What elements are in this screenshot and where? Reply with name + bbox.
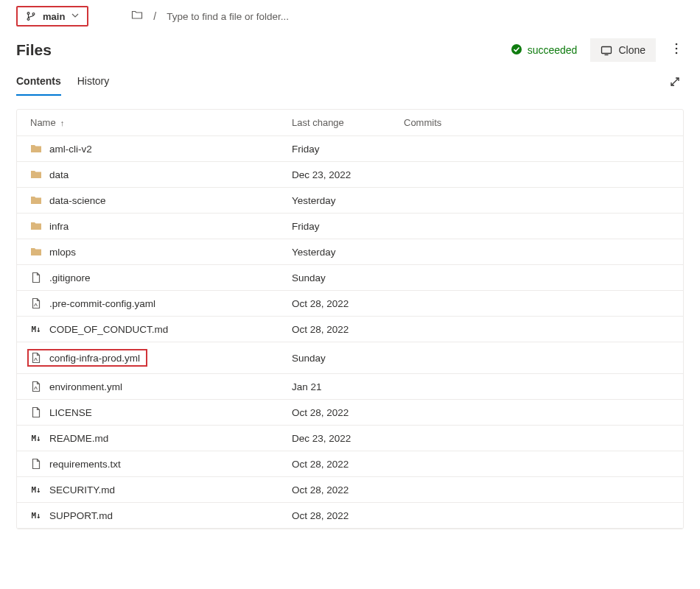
file-last-change: Oct 28, 2022: [292, 484, 404, 495]
file-name: environment.yml: [49, 381, 122, 392]
file-last-change: Oct 28, 2022: [292, 298, 404, 309]
markdown-file-icon: M↓: [30, 484, 42, 495]
yaml-file-icon: [30, 352, 42, 364]
file-name-cell: .pre-commit-config.yaml: [30, 297, 292, 309]
highlighted-file: config-infra-prod.yml: [27, 349, 147, 367]
folder-icon: [30, 220, 42, 232]
breadcrumb: /: [131, 9, 351, 24]
table-row[interactable]: M↓SUPPORT.mdOct 28, 2022: [17, 503, 683, 529]
table-row[interactable]: data-scienceYesterday: [17, 188, 683, 214]
table-row[interactable]: M↓SECURITY.mdOct 28, 2022: [17, 477, 683, 503]
svg-point-3: [511, 44, 522, 54]
status-label: succeeded: [528, 44, 578, 56]
file-name-cell: data: [30, 169, 292, 180]
file-name: .gitignore: [49, 272, 91, 283]
file-name-cell: .gitignore: [30, 272, 292, 283]
table-row[interactable]: requirements.txtOct 28, 2022: [17, 451, 683, 477]
file-last-change: Jan 21: [292, 381, 404, 392]
page-title: Files: [16, 41, 52, 59]
folder-icon: [30, 246, 42, 258]
branch-selector[interactable]: main: [16, 6, 88, 27]
folder-icon: [30, 143, 42, 155]
markdown-file-icon: M↓: [30, 432, 42, 444]
file-last-change: Oct 28, 2022: [292, 407, 404, 418]
file-name: SECURITY.md: [49, 484, 115, 495]
more-options-button[interactable]: [669, 40, 684, 61]
title-actions: succeeded Clone: [511, 38, 684, 62]
table-row[interactable]: config-infra-prod.ymlSunday: [17, 342, 683, 374]
file-name: aml-cli-v2: [49, 144, 92, 155]
folder-icon: [30, 169, 42, 180]
file-name: data: [49, 169, 69, 180]
file-name-cell: data-science: [30, 194, 292, 206]
file-list: aml-cli-v2FridaydataDec 23, 2022data-sci…: [17, 136, 683, 529]
file-last-change: Oct 28, 2022: [292, 324, 404, 335]
files-panel: Name ↑ Last change Commits aml-cli-v2Fri…: [16, 109, 684, 529]
sort-ascending-icon: ↑: [60, 119, 65, 127]
column-header-name[interactable]: Name ↑: [30, 117, 292, 128]
file-last-change: Friday: [292, 144, 404, 155]
file-last-change: Sunday: [292, 353, 404, 364]
file-name: SUPPORT.md: [49, 510, 113, 521]
expand-icon: [669, 79, 681, 90]
file-name: .pre-commit-config.yaml: [49, 298, 155, 309]
branch-icon: [25, 10, 37, 22]
file-name-cell: LICENSE: [30, 406, 292, 418]
file-name-cell: environment.yml: [30, 381, 292, 392]
top-bar: main /: [0, 0, 700, 32]
title-row: Files succeeded Clone: [0, 32, 700, 69]
yaml-file-icon: [30, 297, 42, 309]
file-name-cell: requirements.txt: [30, 458, 292, 470]
folder-icon: [30, 194, 42, 206]
fullscreen-button[interactable]: [666, 73, 684, 93]
svg-point-2: [32, 13, 35, 15]
clone-label: Clone: [618, 44, 645, 56]
file-name-cell: infra: [30, 220, 292, 232]
file-last-change: Oct 28, 2022: [292, 510, 404, 521]
file-last-change: Yesterday: [292, 195, 404, 206]
file-icon: [30, 406, 42, 418]
clone-icon: [601, 44, 612, 56]
chevron-down-icon: [71, 11, 80, 22]
table-row[interactable]: infraFriday: [17, 214, 683, 239]
branch-name: main: [43, 11, 65, 22]
file-name: README.md: [49, 433, 108, 444]
file-name-cell: M↓SUPPORT.md: [30, 509, 292, 521]
clone-button[interactable]: Clone: [590, 38, 656, 62]
table-row[interactable]: .gitignoreSunday: [17, 265, 683, 291]
column-header-last-change[interactable]: Last change: [292, 117, 404, 128]
file-last-change: Friday: [292, 221, 404, 232]
file-name: infra: [49, 221, 69, 232]
tabs-row: Contents History: [0, 69, 700, 96]
table-row[interactable]: mlopsYesterday: [17, 239, 683, 265]
table-row[interactable]: LICENSEOct 28, 2022: [17, 400, 683, 426]
yaml-file-icon: [30, 381, 42, 392]
status-badge[interactable]: succeeded: [511, 43, 578, 57]
file-last-change: Yesterday: [292, 247, 404, 258]
file-name-cell: aml-cli-v2: [30, 143, 292, 155]
table-row[interactable]: environment.ymlJan 21: [17, 374, 683, 400]
file-name-cell: M↓SECURITY.md: [30, 484, 292, 495]
file-last-change: Oct 28, 2022: [292, 459, 404, 470]
tab-history[interactable]: History: [77, 69, 110, 96]
success-icon: [511, 43, 522, 57]
markdown-file-icon: M↓: [30, 323, 42, 335]
folder-icon: [131, 9, 143, 24]
file-name: CODE_OF_CONDUCT.md: [49, 324, 168, 335]
search-input[interactable]: [167, 11, 351, 22]
file-name: config-infra-prod.yml: [49, 353, 140, 364]
svg-point-5: [676, 43, 678, 45]
table-row[interactable]: aml-cli-v2Friday: [17, 136, 683, 162]
file-last-change: Dec 23, 2022: [292, 433, 404, 444]
table-row[interactable]: .pre-commit-config.yamlOct 28, 2022: [17, 291, 683, 317]
svg-rect-4: [602, 47, 612, 54]
column-header-commits[interactable]: Commits: [404, 117, 670, 128]
table-row[interactable]: M↓CODE_OF_CONDUCT.mdOct 28, 2022: [17, 317, 683, 342]
tab-contents[interactable]: Contents: [16, 69, 61, 96]
files-header: Name ↑ Last change Commits: [17, 110, 683, 136]
table-row[interactable]: dataDec 23, 2022: [17, 162, 683, 188]
table-row[interactable]: M↓README.mdDec 23, 2022: [17, 426, 683, 451]
tabs: Contents History: [16, 69, 109, 96]
svg-point-1: [27, 18, 29, 21]
file-name: mlops: [49, 247, 76, 258]
